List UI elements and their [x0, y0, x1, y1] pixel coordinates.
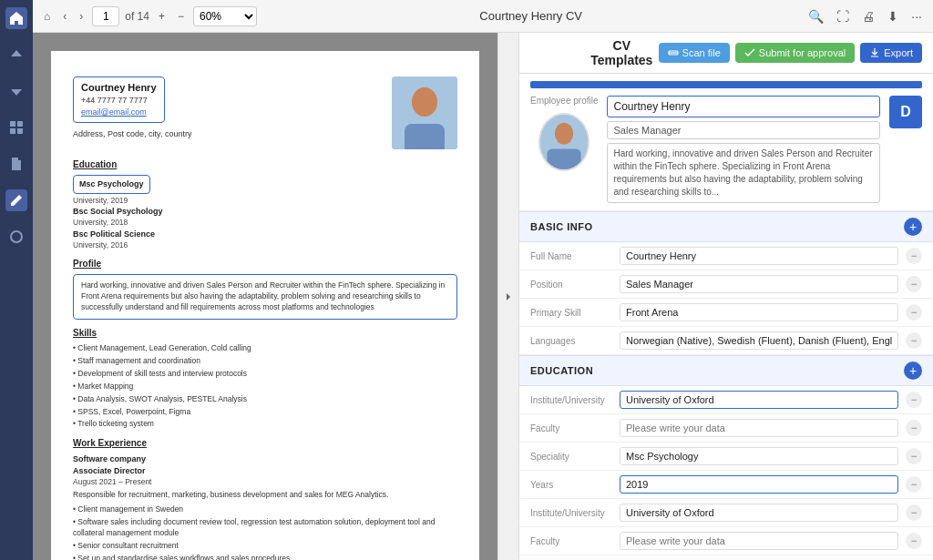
pdf-name-box: Courtney Henry +44 7777 77 7777 email@em…: [73, 76, 165, 123]
search-button[interactable]: 🔍: [805, 7, 827, 25]
years-1-remove-button[interactable]: −: [906, 476, 922, 493]
prev-page-button[interactable]: ‹: [59, 8, 70, 25]
sidebar-icon-edit[interactable]: [5, 189, 27, 211]
faculty-1-input[interactable]: [620, 419, 898, 437]
sidebar-icon-home[interactable]: [5, 7, 27, 29]
fullname-input[interactable]: [620, 247, 898, 265]
edu-row-faculty-2: Faculty −: [519, 527, 933, 555]
page-number-input[interactable]: 1: [92, 6, 119, 26]
education-add-button[interactable]: +: [904, 361, 922, 380]
svg-rect-2: [10, 128, 15, 134]
remove-page-button[interactable]: −: [174, 8, 188, 25]
toolbar: ⌂ ‹ › 1 of 14 + − 60% 75% 100% Courtney …: [33, 0, 933, 33]
university-1-remove-button[interactable]: −: [906, 392, 922, 408]
template-logo: D: [889, 96, 922, 128]
faculty-2-input[interactable]: [620, 532, 898, 550]
svg-rect-13: [548, 148, 581, 171]
position-input[interactable]: [620, 275, 898, 293]
template-color-bar: [530, 81, 922, 88]
languages-remove-button[interactable]: −: [906, 332, 922, 349]
pdf-education-title: Education: [73, 158, 457, 171]
years-1-input[interactable]: [620, 475, 898, 494]
speciality-1-input[interactable]: [620, 447, 898, 465]
toolbar-title: Courtney Henry CV: [262, 9, 799, 23]
basic-info-section: BASIC INFO + Full Name − Position −: [519, 211, 933, 355]
university-1-label: Institute/University: [530, 395, 612, 405]
faculty-2-label: Faculty: [530, 536, 612, 546]
pdf-work-title: Work Experience: [73, 437, 457, 450]
submit-approval-button[interactable]: Submit for approval: [735, 43, 855, 63]
export-button[interactable]: Export: [860, 43, 922, 63]
position-label: Position: [530, 280, 612, 290]
university-2-remove-button[interactable]: −: [906, 504, 922, 521]
primary-skill-input[interactable]: [620, 303, 898, 321]
sidebar-icon-grid[interactable]: [5, 117, 27, 138]
sidebar-icon-down[interactable]: [5, 80, 27, 102]
pdf-work-desc: Responsible for recruitment, marketing, …: [73, 490, 457, 501]
template-name-input[interactable]: [607, 96, 880, 117]
education-header: EDUCATION +: [519, 355, 933, 386]
languages-input[interactable]: [620, 331, 898, 350]
print-button[interactable]: 🖨: [858, 7, 878, 25]
pdf-edu-box: Msc Psychology: [73, 175, 150, 194]
scan-file-button[interactable]: Scan file: [659, 43, 730, 63]
next-page-button[interactable]: ›: [76, 8, 87, 25]
pdf-preview[interactable]: Courtney Henry +44 7777 77 7777 email@em…: [33, 33, 497, 560]
years-1-label: Years: [530, 480, 612, 490]
pdf-edu-msc-sub: University, 2019: [73, 196, 457, 207]
panel-toggle-arrow[interactable]: [497, 33, 519, 560]
speciality-1-label: Speciality: [530, 452, 612, 462]
employee-profile-label: Employee profile: [530, 96, 598, 106]
pdf-edu-bsc-soc: Bsc Social Psychology: [73, 206, 457, 218]
fullname-remove-button[interactable]: −: [906, 248, 922, 264]
pdf-address: Address, Post code, city, country: [73, 128, 381, 140]
university-2-input[interactable]: [620, 504, 898, 522]
skill-5: • Data Analysis, SWOT Analysis, PESTEL A…: [73, 394, 457, 405]
fullname-label: Full Name: [530, 251, 612, 261]
sidebar-icon-up[interactable]: [5, 44, 27, 66]
download-button[interactable]: ⬇: [884, 7, 902, 25]
university-1-input[interactable]: [620, 391, 898, 409]
sidebar-icon-circle[interactable]: [5, 226, 27, 248]
fullscreen-button[interactable]: ⛶: [833, 7, 853, 25]
zoom-select[interactable]: 60% 75% 100%: [193, 6, 257, 26]
skill-2: • Staff management and coordination: [73, 356, 457, 367]
template-photo: [538, 113, 590, 171]
basic-info-title: BASIC INFO: [530, 221, 593, 232]
svg-rect-1: [17, 121, 23, 127]
template-description: Hard working, innovative and driven Sale…: [607, 143, 880, 203]
primary-skill-remove-button[interactable]: −: [906, 304, 922, 321]
form-sections[interactable]: BASIC INFO + Full Name − Position −: [519, 211, 933, 560]
faculty-1-remove-button[interactable]: −: [906, 420, 922, 436]
pdf-work-items: • Client management in Sweden • Software…: [73, 504, 457, 560]
work-item-3: • Senior consultant recruitment: [73, 541, 457, 552]
university-2-label: Institute/University: [530, 508, 612, 518]
faculty-2-remove-button[interactable]: −: [906, 533, 922, 549]
basic-info-row-languages: Languages −: [519, 327, 933, 355]
pdf-profile-title: Profile: [73, 258, 457, 270]
svg-rect-3: [17, 128, 23, 134]
toolbar-right: 🔍 ⛶ 🖨 ⬇ ···: [805, 7, 926, 25]
template-preview-row: Employee profile Hard working, in: [530, 96, 922, 203]
position-remove-button[interactable]: −: [906, 276, 922, 292]
pdf-work-company: Software company: [73, 453, 457, 465]
pdf-name: Courtney Henry: [81, 81, 157, 95]
edu-row-speciality-1: Speciality −: [519, 443, 933, 471]
sidebar-icon-document[interactable]: [5, 153, 27, 175]
more-button[interactable]: ···: [907, 7, 926, 25]
pdf-edu-msc: Msc Psychology: [79, 178, 144, 190]
template-preview-area: Employee profile Hard working, in: [519, 74, 933, 211]
add-page-button[interactable]: +: [155, 8, 169, 25]
education-section: EDUCATION + Institute/University − Facul…: [519, 355, 933, 560]
skill-4: • Market Mapping: [73, 382, 457, 392]
right-panel: CV Templates Scan file Submit for approv…: [519, 33, 933, 560]
pdf-phone: +44 7777 77 7777: [81, 95, 157, 107]
skill-3: • Development of skill tests and intervi…: [73, 369, 457, 380]
pdf-work-role: Associate Director: [73, 465, 457, 477]
speciality-1-remove-button[interactable]: −: [906, 448, 922, 464]
content-area: Courtney Henry +44 7777 77 7777 email@em…: [33, 33, 933, 560]
basic-info-header: BASIC INFO +: [519, 211, 933, 242]
template-role-input[interactable]: [607, 121, 880, 139]
basic-info-add-button[interactable]: +: [904, 218, 922, 236]
home-button[interactable]: ⌂: [40, 8, 54, 25]
